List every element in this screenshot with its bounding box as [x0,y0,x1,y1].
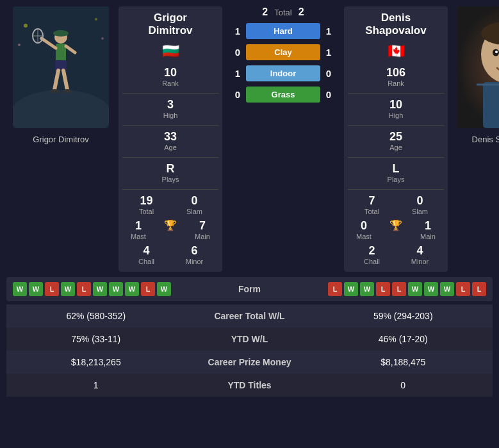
left-minor: 6 Minor [179,244,211,265]
right-form-badge: L [472,282,486,296]
right-player-photo [457,6,499,128]
bottom-stats: WWLWLWWWLW Form LWWLLWWWLL 62% (580-352)… [0,272,499,397]
svg-point-5 [101,37,104,40]
surface-row-hard: 1 Hard 1 [232,23,334,39]
left-form-badge: L [141,282,155,296]
svg-rect-30 [483,82,499,128]
right-flag: 🇨🇦 [348,43,444,60]
left-mast: 1 Mast [122,219,154,240]
left-total: 19 Total [131,194,163,215]
career-stats-table: 62% (580-352) Career Total W/L 59% (294-… [6,304,493,397]
left-player-photo [13,6,109,128]
left-form-badge: W [109,282,123,296]
left-stats-panel: Grigor Dimitrov 🇧🇬 10 Rank 3 High [119,6,222,272]
right-chall: 2 Chall [356,244,388,265]
left-rank: 10 Rank [154,66,186,87]
stats-row: 75% (33-11) YTD W/L 46% (17-20) [6,328,493,351]
svg-point-17 [50,89,59,93]
right-total: 7 Total [356,194,388,215]
right-form-badge: L [456,282,470,296]
svg-point-25 [495,51,498,53]
players-section: Grigor Dimitrov Grigor Dimitrov 🇧🇬 10 Ra… [0,0,499,272]
left-age: 33 Age [154,130,186,151]
right-form-badge: W [424,282,438,296]
main-container: Grigor Dimitrov Grigor Dimitrov 🇧🇬 10 Ra… [0,0,499,397]
right-form-badges: LWWLLWWWLL [328,282,486,296]
center-h2h: 2 Total 2 1 Hard 1 0 Clay 1 1 Indoor 0 0… [225,6,341,272]
right-mast: 0 Mast [348,219,380,240]
right-form-badge: W [360,282,374,296]
right-main: 1 Main [412,219,444,240]
svg-point-2 [24,24,28,28]
right-player-name-below: Denis Shapovalov [470,132,499,147]
surface-row-clay: 0 Clay 1 [232,44,334,60]
left-plays: R Plays [154,162,186,183]
right-player-card: Denis Shapovalov [451,6,499,272]
svg-rect-14 [55,60,67,71]
left-slam: 0 Slam [179,194,211,215]
right-slam: 0 Slam [404,194,436,215]
surface-row-grass: 0 Grass 0 [232,87,334,103]
left-form-badge: W [157,282,171,296]
right-stats-panel: Denis Shapovalov 🇨🇦 106 Rank 10 High [344,6,448,272]
right-form-badge: W [440,282,454,296]
left-player-name: Grigor Dimitrov [122,12,218,38]
left-form-badge: L [45,282,59,296]
svg-point-4 [18,44,20,46]
left-form-badge: L [77,282,91,296]
left-main: 7 Main [186,219,218,240]
surface-rows: 1 Hard 1 0 Clay 1 1 Indoor 0 0 Grass 0 [225,23,341,103]
stats-row: $18,213,265 Career Prize Money $8,188,47… [6,351,493,374]
left-form-badge: W [61,282,75,296]
left-player-card: Grigor Dimitrov [6,6,115,272]
right-minor: 4 Minor [404,244,436,265]
form-label: Form [238,284,261,294]
right-trophy-icon: 🏆 [380,219,412,240]
left-chall: 4 Chall [131,244,163,265]
stats-row: 1 YTD Titles 0 [6,374,493,397]
right-player-name: Denis Shapovalov [348,12,444,38]
svg-point-7 [53,30,69,37]
left-flag: 🇧🇬 [122,43,218,60]
surface-row-indoor: 1 Indoor 0 [232,65,334,81]
right-plays: L Plays [380,162,412,183]
left-form-badge: W [29,282,43,296]
total-row: 2 Total 2 [262,6,304,18]
right-rank: 106 Rank [380,66,412,87]
right-form-badge: L [376,282,390,296]
right-high: 10 High [380,98,412,119]
right-age: 25 Age [380,130,412,151]
left-form-badges: WWLWLWWWLW [13,282,171,296]
form-section: WWLWLWWWLW Form LWWLLWWWLL [6,277,493,301]
right-form-badge: L [328,282,342,296]
left-trophy-icon: 🏆 [154,219,186,240]
left-form-badge: W [125,282,139,296]
left-high: 3 High [154,98,186,119]
right-form-badge: W [408,282,422,296]
left-player-name-below: Grigor Dimitrov [30,132,91,147]
left-form-badge: W [13,282,27,296]
right-form-badge: W [344,282,358,296]
right-form-badge: L [392,282,406,296]
svg-point-18 [63,89,72,93]
svg-point-3 [95,18,97,21]
left-form-badge: W [93,282,107,296]
stats-row: 62% (580-352) Career Total W/L 59% (294-… [6,304,493,328]
